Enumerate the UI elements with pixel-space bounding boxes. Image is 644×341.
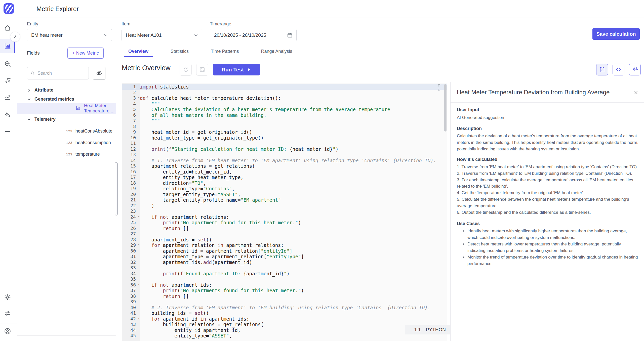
use-case-item: Monitor the trend of temperature deviati… [467, 254, 638, 267]
gutter-line: 1 [122, 84, 140, 90]
rail-item-search-insights[interactable] [0, 59, 15, 69]
gutter-line: 24▾ [122, 214, 140, 220]
tabs: OverviewStatisticsTime PatternsRange Ana… [116, 46, 644, 57]
gutter-line: 23 [122, 208, 140, 214]
fields-scrollbar[interactable] [115, 162, 118, 216]
rail-item-trend[interactable] [0, 93, 15, 103]
save-metric-button[interactable] [196, 64, 208, 76]
gutter-line: 35 [122, 276, 140, 282]
gutter-line: 17 [122, 175, 140, 180]
hide-fields-button[interactable] [93, 67, 105, 79]
details-panel-button[interactable] [596, 64, 608, 75]
code-line: entity_type="ASSET", [140, 333, 447, 339]
gutter-line: 15 [122, 163, 140, 169]
item-select[interactable]: Heat Meter A101 [122, 29, 202, 41]
code-line: direction="TO", [140, 180, 447, 186]
code-line: Calculates the deviation of a heat meter… [140, 107, 447, 112]
code-line: heat_meter_type = get_originator_type() [140, 135, 447, 141]
sidebar-expand-button[interactable] [10, 32, 20, 42]
code-line: print("No apartment found for this heat … [140, 220, 447, 226]
gutter-line: 34 [122, 271, 140, 277]
tree-item-heatconsabsolute[interactable]: 123heatConsAbsolute [27, 127, 113, 135]
fields-search[interactable] [27, 67, 89, 79]
editor-fullscreen-toggle[interactable] [438, 89, 440, 91]
tab-overview[interactable]: Overview [124, 46, 153, 57]
gutter-line: 25 [122, 220, 140, 226]
reload-icon [182, 66, 189, 73]
gutter-line: 22 [122, 203, 140, 209]
tree-section-attribute[interactable]: Attribute [27, 86, 113, 94]
cursor-position: 1:1 [414, 327, 421, 332]
tab-statistics[interactable]: Statistics [166, 46, 193, 57]
code-editor[interactable]: 123▾456789101112131415161718192021222324… [122, 83, 447, 341]
floppy-save-icon [199, 66, 206, 73]
editor-language[interactable]: PYTHON [426, 327, 446, 332]
rail-item-sparkles[interactable] [0, 110, 15, 120]
run-test-button[interactable]: Run Test [213, 64, 260, 75]
code-line [140, 276, 447, 282]
rail-item-menu[interactable] [0, 127, 15, 137]
code-line [140, 231, 447, 237]
new-metric-button[interactable]: + New Metric [67, 48, 104, 59]
close-button[interactable] [632, 89, 639, 96]
editor-gutter: 123▾456789101112131415161718192021222324… [122, 83, 140, 341]
code-line: def calculate_heat_meter_temperature_dev… [140, 95, 447, 101]
gutter-line: 14 [122, 158, 140, 163]
gutter-line: 20 [122, 192, 140, 197]
gutter-line: 44 [122, 327, 140, 333]
gutter-line: 9 [122, 129, 140, 135]
fold-toggle-icon[interactable]: ▾ [138, 214, 140, 220]
gutter-line: 10 [122, 135, 140, 141]
fold-toggle-icon[interactable]: ▾ [138, 95, 140, 101]
gutter-line: 21 [122, 197, 140, 203]
reset-button[interactable] [180, 64, 192, 76]
tab-range-analysis[interactable]: Range Analysis [256, 46, 297, 57]
tree-item-heatconsumption[interactable]: 123heatConsumption [27, 139, 113, 146]
fold-toggle-icon[interactable]: ▾ [138, 282, 140, 288]
rail-item-account[interactable] [0, 327, 15, 337]
use-case-item: Detect heat meters with lower temperatur… [467, 241, 638, 254]
how-calculated-step: 6. Output the timestamp and the calculat… [457, 209, 638, 216]
fold-toggle-icon[interactable]: ▾ [138, 316, 140, 322]
numeric-field-icon: 123 [66, 152, 72, 156]
filter-bar: Entity EM heat meter Item Heat Meter A10… [17, 18, 644, 46]
code-line: relation_type="Contains", [140, 186, 447, 192]
editor-code[interactable]: import statistics def calculate_heat_met… [140, 83, 447, 341]
tree-item-heat-meter-temperature[interactable]: Heat Meter Temperature ... [17, 103, 116, 114]
timerange-input[interactable]: 20/10/2025 - 26/10/2025 [210, 29, 297, 41]
ai-assist-button[interactable] [629, 64, 641, 75]
gutter-line: 37 [122, 288, 140, 293]
editor-fullscreen-toggle[interactable] [438, 84, 440, 87]
save-calculation-button[interactable]: Save calculation [592, 28, 640, 40]
tree-section-generated-metrics[interactable]: Generated metrics [27, 95, 113, 103]
bar-chart-icon [76, 105, 81, 112]
timerange-label: Timerange [210, 21, 297, 27]
editor-scrollbar[interactable] [444, 84, 447, 132]
fold-toggle-icon[interactable]: ▾ [138, 242, 140, 248]
use-cases-heading: Use Cases [457, 221, 638, 226]
code-line: apartment_type = apartment_relation["ent… [140, 254, 447, 260]
code-line: # 2. Traverse from 'EM apartment' to 'EM… [140, 305, 447, 311]
code-view-button[interactable] [613, 64, 624, 75]
entity-select[interactable]: EM heat meter [27, 29, 112, 41]
code-line: return [] [140, 226, 447, 231]
rail-item-tune[interactable] [0, 309, 15, 319]
description-text: Calculates the deviation of a heat meter… [457, 133, 638, 152]
gutter-line: 36▾ [122, 282, 140, 288]
code-line: entity_id=heat_meter_id, [140, 169, 447, 175]
gutter-line: 2 [122, 90, 140, 96]
search-input[interactable] [37, 71, 86, 76]
tree-section-telemetry[interactable]: Telemetry [27, 115, 113, 123]
gutter-line: 19 [122, 186, 140, 192]
gutter-line: 5 [122, 107, 140, 112]
tree-item-temperature[interactable]: 123temperature [27, 151, 113, 158]
code-line: building_relations = get_relations( [140, 322, 447, 327]
gutter-line: 27 [122, 231, 140, 237]
gutter-line: 30 [122, 248, 140, 254]
sparkles-icon [4, 111, 11, 120]
rail-item-formula[interactable] [0, 76, 15, 86]
fields-panel-title: Fields [27, 50, 40, 56]
tab-time-patterns[interactable]: Time Patterns [206, 46, 243, 57]
close-icon [633, 90, 639, 95]
rail-item-settings[interactable] [0, 293, 15, 303]
